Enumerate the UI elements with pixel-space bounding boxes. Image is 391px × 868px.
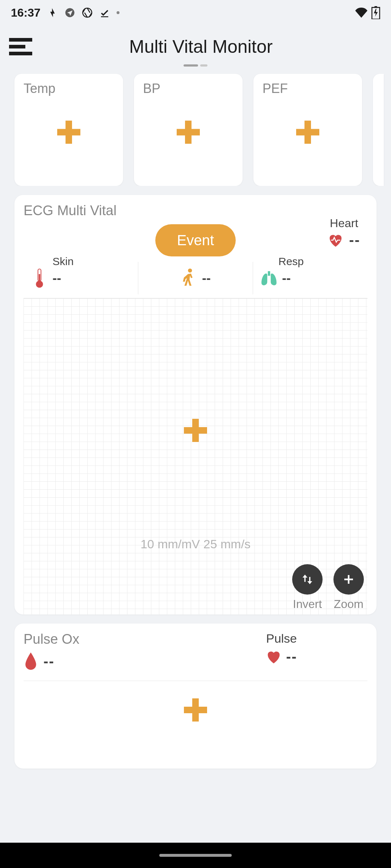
heart-label: Heart bbox=[330, 217, 358, 230]
add-pef-button[interactable] bbox=[293, 118, 322, 148]
pulseox-title: Pulse Ox bbox=[24, 631, 196, 647]
pulse-value: -- bbox=[286, 648, 297, 665]
lungs-icon bbox=[260, 268, 278, 288]
svg-point-14 bbox=[188, 268, 192, 272]
app-header: Multi Vital Monitor bbox=[0, 25, 391, 64]
walk-value: -- bbox=[202, 271, 211, 286]
status-dot-icon bbox=[117, 11, 119, 14]
invert-button[interactable] bbox=[292, 564, 323, 595]
thermometer-icon bbox=[31, 268, 48, 288]
invert-control: Invert bbox=[292, 564, 323, 611]
add-pulseox-button[interactable] bbox=[24, 681, 367, 761]
invert-label: Invert bbox=[293, 597, 322, 611]
pulseox-card: Pulse Ox -- Pulse -- bbox=[14, 624, 377, 769]
resp-metric: Resp -- bbox=[253, 262, 367, 294]
blood-drop-icon bbox=[24, 652, 38, 670]
ecg-chart-area: 10 mm/mV 25 mm/s Invert Zoom bbox=[24, 298, 367, 614]
battery-icon bbox=[371, 6, 380, 19]
plus-icon bbox=[293, 118, 322, 146]
walking-icon bbox=[180, 268, 198, 288]
plus-icon bbox=[54, 118, 83, 146]
bp-label: BP bbox=[143, 81, 234, 96]
ecg-metrics-row: Skin -- -- Resp -- bbox=[24, 262, 367, 294]
svg-rect-13 bbox=[39, 274, 40, 284]
check-icon bbox=[99, 7, 110, 18]
status-bar: 16:37 bbox=[0, 0, 391, 25]
heart-rate-icon bbox=[328, 233, 344, 247]
home-indicator[interactable] bbox=[159, 854, 232, 857]
pef-card[interactable]: PEF bbox=[253, 74, 362, 186]
skin-metric: Skin -- bbox=[24, 262, 138, 294]
add-ecg-button[interactable] bbox=[181, 416, 210, 446]
plus-icon bbox=[181, 695, 210, 724]
ecg-title: ECG Multi Vital bbox=[24, 203, 367, 218]
temp-label: Temp bbox=[24, 81, 114, 96]
zoom-button[interactable] bbox=[333, 564, 364, 595]
vital-cards-row: Temp BP PEF bbox=[0, 70, 391, 186]
zoom-label: Zoom bbox=[334, 597, 363, 611]
page-indicator bbox=[0, 64, 391, 67]
bp-card[interactable]: BP bbox=[134, 74, 243, 186]
charging-icon bbox=[47, 7, 58, 18]
next-card-peek[interactable] bbox=[373, 74, 384, 186]
aperture-icon bbox=[82, 7, 93, 18]
svg-rect-2 bbox=[101, 16, 108, 17]
pef-label: PEF bbox=[262, 81, 353, 96]
status-clock: 16:37 bbox=[11, 6, 41, 20]
pulseox-spo2: Pulse Ox -- bbox=[24, 631, 196, 670]
send-icon bbox=[64, 7, 75, 18]
pulse-label: Pulse bbox=[266, 631, 297, 646]
resp-label: Resp bbox=[278, 255, 304, 268]
plus-icon bbox=[174, 118, 203, 146]
skin-value: -- bbox=[52, 271, 61, 286]
wifi-icon bbox=[355, 8, 368, 18]
walk-metric: -- bbox=[138, 262, 253, 294]
add-temp-button[interactable] bbox=[54, 118, 83, 148]
skin-label: Skin bbox=[52, 255, 73, 268]
nav-bar bbox=[0, 843, 391, 868]
zoom-control: Zoom bbox=[333, 564, 364, 611]
add-bp-button[interactable] bbox=[174, 118, 203, 148]
svg-point-1 bbox=[83, 8, 92, 17]
pulseox-pulse: Pulse -- bbox=[196, 631, 367, 665]
heart-value: -- bbox=[349, 232, 360, 248]
ecg-card: ECG Multi Vital Event Heart -- Skin -- -… bbox=[14, 195, 377, 614]
spo2-value: -- bbox=[43, 653, 55, 669]
zoom-plus-icon bbox=[342, 573, 355, 586]
page-title: Multi Vital Monitor bbox=[20, 36, 382, 57]
heart-icon bbox=[266, 650, 282, 664]
ecg-scale-label: 10 mm/mV 25 mm/s bbox=[140, 537, 251, 551]
event-button[interactable]: Event bbox=[155, 224, 236, 256]
resp-value: -- bbox=[282, 271, 291, 286]
plus-icon bbox=[181, 416, 210, 445]
heart-metric: Heart -- bbox=[328, 217, 360, 248]
invert-icon bbox=[300, 572, 315, 587]
temp-card[interactable]: Temp bbox=[14, 74, 123, 186]
